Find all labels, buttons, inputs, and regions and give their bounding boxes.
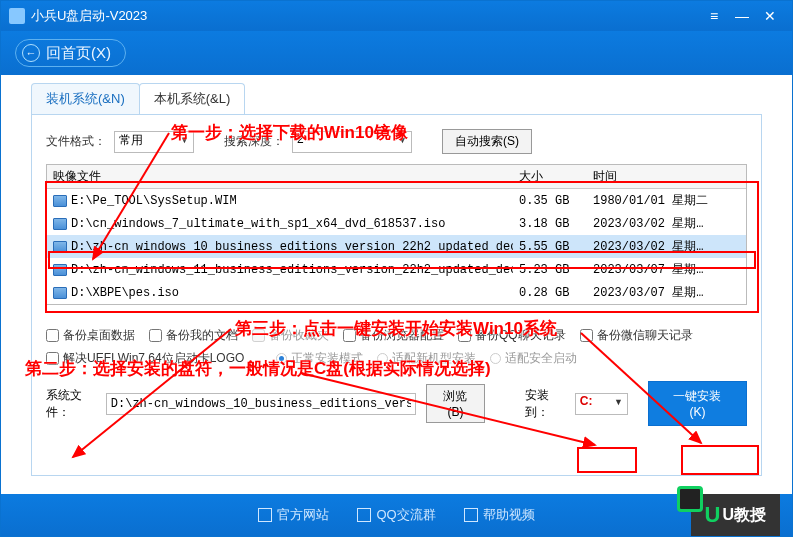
back-arrow-icon: ← bbox=[22, 44, 40, 62]
menu-icon[interactable]: ≡ bbox=[700, 8, 728, 24]
table-row[interactable]: D:\zh-cn_windows_10_business_editions_ve… bbox=[47, 235, 746, 258]
image-file-table: 映像文件 大小 时间 E:\Pe_TOOL\SysSetup.WIM0.35 G… bbox=[46, 164, 747, 305]
browse-button[interactable]: 浏览(B) bbox=[426, 384, 485, 423]
app-logo-icon bbox=[9, 8, 25, 24]
one-key-install-button[interactable]: 一键安装(K) bbox=[648, 381, 747, 426]
chk-backup-qq[interactable]: 备份QQ聊天记录 bbox=[458, 327, 566, 344]
table-row[interactable]: D:\cn_windows_7_ultimate_with_sp1_x64_dv… bbox=[47, 212, 746, 235]
table-row[interactable]: D:\XBPE\pes.iso0.28 GB2023/03/07 星期… bbox=[47, 281, 746, 304]
disk-icon bbox=[53, 218, 67, 230]
chk-uefi-win7-fix[interactable]: 解决UEFI Win7 64位启动卡LOGO bbox=[46, 350, 244, 367]
footer-help-video[interactable]: 帮助视频 bbox=[464, 506, 535, 524]
install-drive-select[interactable]: C: bbox=[575, 393, 628, 415]
disk-icon bbox=[53, 287, 67, 299]
install-to-label: 安装到： bbox=[525, 387, 565, 421]
col-time[interactable]: 时间 bbox=[587, 165, 731, 188]
disk-icon bbox=[53, 264, 67, 276]
file-format-label: 文件格式： bbox=[46, 133, 106, 150]
back-home-button[interactable]: ← 回首页(X) bbox=[15, 39, 126, 67]
qq-icon bbox=[357, 508, 371, 522]
video-icon bbox=[464, 508, 478, 522]
chk-backup-desktop[interactable]: 备份桌面数据 bbox=[46, 327, 135, 344]
tab-local[interactable]: 本机系统(&L) bbox=[139, 83, 246, 114]
radio-normal-install[interactable]: 正常安装模式 bbox=[276, 350, 363, 367]
file-format-select[interactable]: 常用 bbox=[114, 131, 194, 153]
chk-backup-documents[interactable]: 备份我的文档 bbox=[149, 327, 238, 344]
disk-icon bbox=[53, 195, 67, 207]
ujiaoshou-logo: UU教授 bbox=[691, 494, 780, 536]
radio-secure-boot[interactable]: 适配安全启动 bbox=[490, 350, 577, 367]
close-icon[interactable]: ✕ bbox=[756, 8, 784, 24]
chk-backup-favorites[interactable]: 备份收藏夹 bbox=[252, 327, 329, 344]
app-title: 小兵U盘启动-V2023 bbox=[31, 7, 700, 25]
footer-official-site[interactable]: 官方网站 bbox=[258, 506, 329, 524]
sysfile-input[interactable] bbox=[106, 393, 416, 415]
col-size[interactable]: 大小 bbox=[513, 165, 587, 188]
chk-backup-browser[interactable]: 备份浏览器配置 bbox=[343, 327, 444, 344]
radio-new-machine[interactable]: 适配新机型安装 bbox=[377, 350, 476, 367]
search-depth-select[interactable]: 2 bbox=[292, 131, 412, 153]
table-row[interactable]: E:\Pe_TOOL\SysSetup.WIM0.35 GB1980/01/01… bbox=[47, 189, 746, 212]
chk-backup-wechat[interactable]: 备份微信聊天记录 bbox=[580, 327, 693, 344]
col-file[interactable]: 映像文件 bbox=[47, 165, 513, 188]
search-depth-label: 搜索深度： bbox=[224, 133, 284, 150]
home-icon bbox=[258, 508, 272, 522]
disk-icon bbox=[53, 241, 67, 253]
table-row[interactable]: D:\zh-cn_windows_11_business_editions_ve… bbox=[47, 258, 746, 281]
tab-preinstall[interactable]: 装机系统(&N) bbox=[31, 83, 140, 114]
sysfile-label: 系统文件： bbox=[46, 387, 96, 421]
auto-search-button[interactable]: 自动搜索(S) bbox=[442, 129, 532, 154]
back-home-label: 回首页(X) bbox=[46, 44, 111, 63]
minimize-icon[interactable]: — bbox=[728, 8, 756, 24]
footer-qq-group[interactable]: QQ交流群 bbox=[357, 506, 435, 524]
